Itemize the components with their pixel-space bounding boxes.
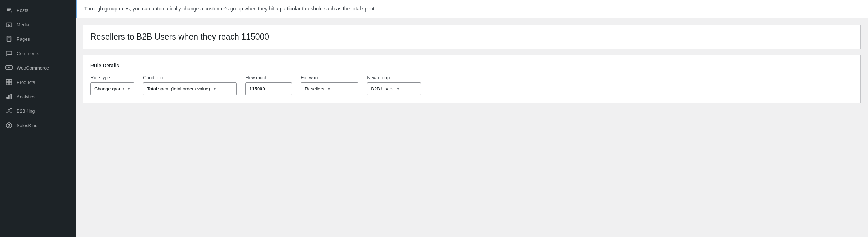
svg-marker-2 (8, 24, 10, 27)
sidebar-item-b2bking-label: B2BKing (17, 108, 35, 114)
rule-type-select[interactable]: Change group ▼ (90, 82, 134, 95)
rule-details-section: Rule Details Rule type: Change group ▼ C… (83, 55, 861, 103)
new-group-field: New group: B2B Users ▼ (367, 75, 421, 95)
posts-icon (5, 6, 13, 14)
page-title: Resellers to B2B Users when they reach 1… (90, 32, 853, 43)
sidebar-item-posts[interactable]: Posts (0, 3, 76, 17)
sidebar-item-posts-label: Posts (17, 8, 28, 13)
sidebar-item-comments-label: Comments (17, 51, 39, 56)
sidebar-item-salesking[interactable]: SalesKing (0, 118, 76, 133)
sidebar-item-salesking-label: SalesKing (17, 123, 38, 128)
sidebar-item-pages-label: Pages (17, 36, 30, 42)
condition-value: Total spent (total orders value) (147, 86, 210, 91)
svg-marker-0 (11, 12, 12, 13)
comments-icon (5, 49, 13, 57)
salesking-icon (5, 121, 13, 129)
sidebar-item-comments[interactable]: Comments (0, 46, 76, 61)
for-who-label: For who: (301, 75, 358, 80)
sidebar-item-analytics-label: Analytics (17, 94, 35, 99)
new-group-chevron-icon: ▼ (396, 87, 400, 91)
main-content: Through group rules, you can automatical… (76, 0, 868, 237)
rule-type-value: Change group (94, 86, 124, 91)
products-icon (5, 78, 13, 86)
for-who-value: Resellers (305, 86, 324, 91)
new-group-value: B2B Users (371, 86, 393, 91)
sidebar-item-media[interactable]: Media (0, 17, 76, 32)
for-who-field: For who: Resellers ▼ (301, 75, 358, 95)
svg-rect-11 (10, 94, 12, 99)
b2bking-icon (5, 107, 13, 115)
analytics-icon (5, 93, 13, 100)
condition-chevron-icon: ▼ (213, 87, 216, 91)
pages-icon (5, 35, 13, 43)
rule-fields: Rule type: Change group ▼ Condition: Tot… (90, 75, 853, 95)
sidebar: Posts Media Pages Comments (0, 0, 76, 237)
svg-rect-6 (9, 80, 12, 82)
sidebar-item-products[interactable]: Products (0, 75, 76, 89)
rule-type-field: Rule type: Change group ▼ (90, 75, 134, 95)
notice-bar: Through group rules, you can automatical… (76, 0, 868, 18)
svg-rect-7 (6, 82, 9, 85)
svg-rect-10 (8, 95, 9, 99)
rule-type-label: Rule type: (90, 75, 134, 80)
rule-type-chevron-icon: ▼ (127, 87, 130, 91)
sidebar-item-woocommerce[interactable]: WooCommerce (0, 61, 76, 75)
sidebar-item-woocommerce-label: WooCommerce (17, 65, 49, 71)
notice-text: Through group rules, you can automatical… (84, 6, 376, 12)
sidebar-item-b2bking[interactable]: B2BKing (0, 104, 76, 118)
how-much-input[interactable] (245, 82, 292, 95)
media-icon (5, 21, 13, 28)
svg-rect-8 (9, 82, 12, 85)
svg-rect-9 (6, 97, 8, 99)
sidebar-item-products-label: Products (17, 80, 35, 85)
sidebar-item-pages[interactable]: Pages (0, 32, 76, 46)
condition-label: Condition: (143, 75, 237, 80)
how-much-field: How much: (245, 75, 292, 95)
sidebar-item-analytics[interactable]: Analytics (0, 89, 76, 104)
woocommerce-icon (5, 64, 13, 72)
svg-rect-5 (6, 80, 9, 82)
condition-select[interactable]: Total spent (total orders value) ▼ (143, 82, 237, 95)
for-who-select[interactable]: Resellers ▼ (301, 82, 358, 95)
sidebar-item-media-label: Media (17, 22, 29, 27)
svg-point-12 (8, 109, 10, 111)
for-who-chevron-icon: ▼ (327, 87, 331, 91)
page-title-wrap: Resellers to B2B Users when they reach 1… (83, 25, 861, 49)
how-much-label: How much: (245, 75, 292, 80)
svg-rect-4 (6, 66, 13, 70)
rule-section-title: Rule Details (90, 63, 853, 68)
new-group-label: New group: (367, 75, 421, 80)
new-group-select[interactable]: B2B Users ▼ (367, 82, 421, 95)
condition-field: Condition: Total spent (total orders val… (143, 75, 237, 95)
